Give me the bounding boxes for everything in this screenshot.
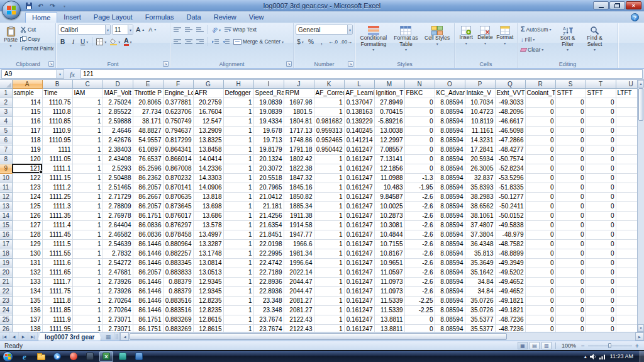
cell-O24[interactable]: 8.08594 xyxy=(435,305,465,315)
cell-J11[interactable]: 1845.16 xyxy=(284,183,314,192)
cell-L9[interactable]: 0.161247 xyxy=(344,164,374,173)
cell-S23[interactable]: 0 xyxy=(555,296,586,305)
cell-F25[interactable]: 0.883269 xyxy=(163,315,193,324)
cell-M10[interactable]: 11.0988 xyxy=(374,173,404,183)
cell-R8[interactable]: 0 xyxy=(525,154,555,164)
show-desktop-button[interactable] xyxy=(640,351,644,362)
cell-M15[interactable]: 10.3081 xyxy=(374,220,404,230)
cell-E16[interactable]: 86.0836 xyxy=(133,230,163,239)
cell-E25[interactable]: 86.1751 xyxy=(133,315,163,324)
cell-Q6[interactable]: -47.2866 xyxy=(495,135,525,145)
cell-F18[interactable]: 0.882257 xyxy=(163,249,193,258)
cell-A25[interactable]: 137 xyxy=(12,315,42,324)
cell-T26[interactable]: 0 xyxy=(586,324,616,332)
cell-K19[interactable]: 1 xyxy=(314,258,344,268)
cell-A13[interactable]: 125 xyxy=(12,201,42,211)
cell-T14[interactable]: 0 xyxy=(586,211,616,220)
cell-J14[interactable]: 1911.38 xyxy=(284,211,314,220)
cell-C10[interactable]: 1 xyxy=(72,173,103,183)
cell-E18[interactable]: 86.1446 xyxy=(133,249,163,258)
merge-center-button[interactable]: Merge & Center ▾ xyxy=(232,37,285,47)
cell-J7[interactable]: 1791.18 xyxy=(284,145,314,154)
cell-E13[interactable]: 86.2057 xyxy=(133,201,163,211)
cell-G11[interactable]: 14.0906 xyxy=(193,183,223,192)
scroll-right-icon[interactable]: ▶ xyxy=(635,332,644,341)
cell-O10[interactable]: 8.08594 xyxy=(435,173,465,183)
cell-L8[interactable]: 0.161247 xyxy=(344,154,374,164)
cell-M5[interactable]: 13.0038 xyxy=(374,126,404,135)
cell-F21[interactable]: 0.88379 xyxy=(163,277,193,286)
cell-E23[interactable]: 86.1446 xyxy=(133,296,163,305)
cell-S22[interactable]: 0 xyxy=(555,286,586,296)
cell-G26[interactable]: 12.8615 xyxy=(193,324,223,332)
cell-F12[interactable]: 0.870635 xyxy=(163,192,193,201)
cell-K1[interactable]: AF_Correc xyxy=(314,88,344,98)
row-header-3[interactable]: 3 xyxy=(0,107,12,116)
increase-decimal-button[interactable]: ←.0 xyxy=(328,37,338,47)
cell-E3[interactable]: 27.734 xyxy=(133,107,163,116)
cell-E26[interactable]: 86.1751 xyxy=(133,324,163,332)
cell-A8[interactable]: 120 xyxy=(12,154,42,164)
cell-T15[interactable]: 0 xyxy=(586,220,616,230)
font-size-select[interactable]: 11▾ xyxy=(112,25,133,35)
cell-I16[interactable]: 21.8451 xyxy=(253,230,284,239)
cell-G20[interactable]: 13.0513 xyxy=(193,268,223,277)
sheet-tab[interactable]: log0007 3rd gear xyxy=(38,332,101,341)
cell-A16[interactable]: 128 xyxy=(12,230,42,239)
cell-N3[interactable]: 0 xyxy=(404,107,435,116)
row-header-12[interactable]: 12 xyxy=(0,192,12,201)
cell-J15[interactable]: 1914.58 xyxy=(284,220,314,230)
cell-F15[interactable]: 0.876297 xyxy=(163,220,193,230)
column-header-A[interactable]: A xyxy=(12,80,42,88)
find-select-button[interactable]: Find & Select ▾ xyxy=(581,25,609,54)
row-header-7[interactable]: 7 xyxy=(0,145,12,154)
cell-M20[interactable]: 11.0597 xyxy=(374,268,404,277)
taskbar-explorer-button[interactable] xyxy=(34,351,48,362)
cell-G5[interactable]: 13.2909 xyxy=(193,126,223,135)
row-header-17[interactable]: 17 xyxy=(0,239,12,249)
row-header-19[interactable]: 19 xyxy=(0,258,12,268)
cell-M24[interactable]: 11.5339 xyxy=(374,305,404,315)
restore-button[interactable] xyxy=(609,1,625,9)
underline-button[interactable]: U▾ xyxy=(79,37,89,47)
cell-C26[interactable]: 1 xyxy=(72,324,103,332)
cell-A9[interactable]: 121 xyxy=(12,164,42,173)
cell-T4[interactable]: 0 xyxy=(586,116,616,126)
cell-I21[interactable]: 22.8936 xyxy=(253,277,284,286)
cell-S12[interactable]: 0 xyxy=(555,192,586,201)
column-header-E[interactable]: E xyxy=(133,80,163,88)
cell-M8[interactable]: 7.13141 xyxy=(374,154,404,164)
cell-K26[interactable]: 1 xyxy=(314,324,344,332)
tab-review[interactable]: Review xyxy=(208,12,243,23)
cell-K10[interactable]: 1 xyxy=(314,173,344,183)
cell-R12[interactable]: 0 xyxy=(525,192,555,201)
cell-L7[interactable]: 0.161247 xyxy=(344,145,374,154)
cell-I1[interactable]: Speed_Ra xyxy=(253,88,284,98)
cell-O1[interactable]: KC_Advan xyxy=(435,88,465,98)
cell-N23[interactable]: -2.25 xyxy=(404,296,435,305)
cell-K24[interactable]: 1 xyxy=(314,305,344,315)
cell-I3[interactable]: 19.0839 xyxy=(253,107,284,116)
cell-P1[interactable]: Intake_V xyxy=(465,88,495,98)
cell-T2[interactable]: 0 xyxy=(586,98,616,107)
cell-R23[interactable]: 0 xyxy=(525,296,555,305)
cell-N2[interactable]: 0 xyxy=(404,98,435,107)
tab-data[interactable]: Data xyxy=(180,12,207,23)
cell-F13[interactable]: 0.873645 xyxy=(163,201,193,211)
cell-E1[interactable]: Throttle P xyxy=(133,88,163,98)
cell-B20[interactable]: 1111.65 xyxy=(42,268,72,277)
cell-H15[interactable]: 1 xyxy=(223,220,253,230)
cell-M13[interactable]: 10.0025 xyxy=(374,201,404,211)
cell-N14[interactable]: -2.6 xyxy=(404,211,435,220)
first-sheet-icon[interactable]: |◀ xyxy=(0,332,9,341)
cell-M12[interactable]: 9.84587 xyxy=(374,192,404,201)
cell-T20[interactable]: 0 xyxy=(586,268,616,277)
cell-B22[interactable]: 1111.75 xyxy=(42,286,72,296)
cell-R17[interactable]: 0 xyxy=(525,239,555,249)
cell-T17[interactable]: 0 xyxy=(586,239,616,249)
cell-F9[interactable]: 0.867008 xyxy=(163,164,193,173)
cell-T11[interactable]: 0 xyxy=(586,183,616,192)
cell-S13[interactable]: 0 xyxy=(555,201,586,211)
cell-Q22[interactable]: -49.4652 xyxy=(495,286,525,296)
cell-G14[interactable]: 13.686 xyxy=(193,211,223,220)
